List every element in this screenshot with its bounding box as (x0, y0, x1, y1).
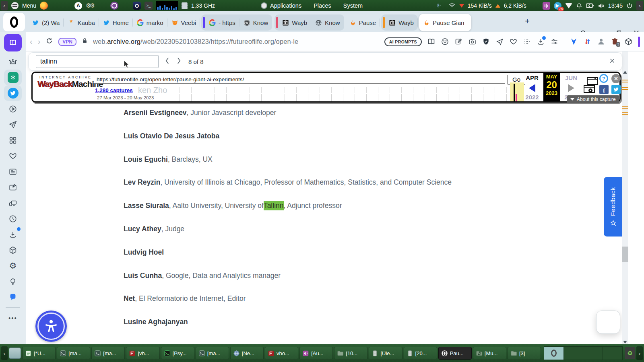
taskbar-window-ma[interactable]: [ma... (91, 347, 125, 360)
chatgpt-panel-button[interactable] (4, 70, 22, 85)
tab-2-wa[interactable]: (2) Wa (28, 14, 64, 31)
reading-list-icon[interactable] (523, 37, 531, 46)
wayback-help-button[interactable]: ? (599, 74, 608, 83)
favorites-heart-icon[interactable] (509, 37, 518, 46)
feedback-button[interactable]: Feedback (604, 177, 622, 237)
previous-capture-arrow[interactable] (529, 84, 535, 92)
opera-launcher-icon[interactable]: O (133, 2, 141, 10)
tab-marko[interactable]: marko (133, 14, 167, 31)
bookmark-edit-icon[interactable] (454, 37, 463, 46)
downloads-toolbar-icon[interactable] (537, 37, 545, 46)
tab-know[interactable]: Know (239, 14, 272, 31)
page-scrollbar[interactable] (622, 51, 628, 344)
sidebar-more-button[interactable]: ••• (4, 310, 22, 326)
taskbar-window-10[interactable]: [10... (334, 347, 367, 360)
speed-dial-heart-icon[interactable] (4, 148, 22, 164)
cpu-frequency-icon[interactable] (182, 2, 188, 9)
taskbar-window-20[interactable]: [20... (404, 347, 437, 360)
taskbar-window-ma[interactable]: [ma... (57, 347, 90, 360)
tab-pause[interactable]: Pause (345, 14, 380, 31)
system-menu[interactable]: System (343, 2, 363, 9)
taskbar-window-u[interactable]: [*U... (22, 347, 56, 360)
notifications-bell-icon[interactable] (576, 2, 582, 9)
telegram-panel-button[interactable] (4, 117, 22, 132)
volume-muted-icon[interactable] (598, 3, 605, 9)
taskbar-right-chevron[interactable]: › (636, 346, 643, 360)
search-tool-icon[interactable]: A (74, 2, 82, 10)
pinboard-panel-icon[interactable] (4, 179, 22, 195)
workspace-4[interactable] (603, 347, 623, 360)
places-menu[interactable]: Places (314, 2, 331, 9)
taskbar-window-ne[interactable]: [Ne... (230, 347, 264, 360)
scroll-down-arrow[interactable] (623, 341, 627, 343)
telegram-tray-icon[interactable]: 78 (554, 2, 561, 10)
terminal-launcher-icon[interactable]: >_ (144, 2, 153, 10)
opera-menu-button[interactable] (3, 13, 25, 31)
url-display[interactable]: web.archive.org/web/20230520103823/https… (93, 38, 379, 45)
taskbar-window-mu[interactable]: [Mu... (473, 347, 506, 360)
bookmarks-reader-button[interactable] (4, 34, 22, 51)
taskbar-window-vh[interactable]: [vh... (126, 347, 159, 360)
my-flow-devices-icon[interactable] (4, 195, 22, 211)
taskbar-window-psy[interactable]: [Psy... (161, 347, 194, 360)
panel-collapse-left-icon[interactable]: ‹ (1, 1, 8, 10)
reader-mode-icon[interactable] (427, 37, 436, 46)
tab-wayb[interactable]: Wayb (385, 14, 418, 31)
twitter-panel-button[interactable] (4, 85, 22, 101)
previous-year-label[interactable]: 2022 (522, 94, 543, 101)
lock-icon[interactable] (82, 37, 88, 46)
cpu-history-graph[interactable] (156, 1, 178, 10)
about-this-capture-button[interactable]: About this capture (567, 95, 619, 103)
firefox-launcher-icon[interactable] (40, 2, 48, 10)
scrollbar-thumb[interactable] (622, 247, 628, 262)
tab-home[interactable]: Home (99, 14, 133, 31)
signal-arcs-icon[interactable] (438, 2, 445, 9)
shield-check-icon[interactable] (482, 37, 490, 46)
person-extension-icon[interactable] (597, 37, 605, 46)
workspaces-grid-icon[interactable] (4, 132, 22, 148)
distro-menu-icon[interactable] (11, 2, 19, 9)
taskbar-window-3[interactable]: [3] (508, 347, 541, 360)
mood-smiley-icon[interactable] (441, 37, 449, 46)
tab-https[interactable]: - https (205, 14, 239, 31)
aria-crown-button[interactable] (4, 54, 22, 70)
capture-screenshot-icon[interactable] (583, 77, 599, 97)
power-icon[interactable] (626, 2, 633, 9)
player-panel-button[interactable] (4, 101, 22, 117)
taskbar-window-au[interactable]: [Au... (299, 347, 333, 360)
history-clock-icon[interactable] (4, 211, 22, 226)
tab-pause-gian[interactable]: Pause Gian (419, 14, 471, 31)
cube-extension-icon[interactable] (624, 37, 633, 46)
extensions-cube-icon[interactable] (4, 242, 22, 258)
ideas-bulb-icon[interactable] (4, 274, 22, 289)
updown-arrows-extension-icon[interactable] (583, 37, 592, 46)
new-tab-button[interactable]: + (522, 17, 532, 26)
show-desktop-button[interactable] (9, 348, 21, 359)
tab-kauba[interactable]: *Kauba (64, 14, 99, 31)
settings-gear-icon[interactable]: ⚙ (4, 258, 22, 274)
trash-extension-icon[interactable]: 3 (611, 37, 619, 46)
find-close-icon[interactable] (609, 58, 615, 66)
forward-icon[interactable]: › (38, 37, 41, 46)
v-extension-icon[interactable] (570, 37, 578, 46)
menu-label[interactable]: Menu (22, 2, 36, 9)
chat-bubble-icon[interactable] (4, 289, 22, 305)
snapshot-camera-icon[interactable] (468, 37, 477, 46)
accessibility-widget-button[interactable] (35, 311, 67, 342)
taskbar-window-vho[interactable]: vho... (265, 347, 298, 360)
send-page-icon[interactable] (495, 37, 504, 46)
network-manager-icon[interactable] (565, 3, 572, 8)
volume-mixer-icon[interactable] (543, 2, 550, 10)
workspace-1[interactable] (544, 347, 564, 360)
tab-veebi[interactable]: Veebi (167, 14, 200, 31)
workspace-2[interactable] (564, 347, 584, 360)
find-next-icon[interactable] (177, 57, 181, 66)
scroll-up-arrow[interactable] (623, 71, 627, 74)
find-previous-icon[interactable] (165, 57, 169, 66)
vpn-badge[interactable]: VPN (58, 38, 76, 46)
tor-browser-icon[interactable] (110, 2, 118, 10)
wayback-logo[interactable]: INTERNET ARCHIVE WayBackMachine (37, 75, 94, 89)
tuner-sliders-icon[interactable] (550, 37, 559, 46)
workspace-3[interactable] (583, 347, 603, 360)
panel-collapse-right-icon[interactable]: › (636, 1, 643, 10)
